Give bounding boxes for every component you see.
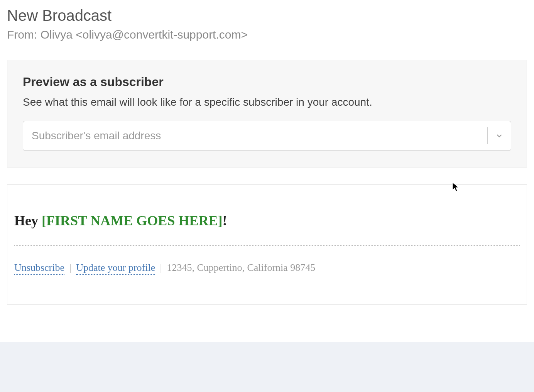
preview-title: Preview as a subscriber (23, 75, 511, 89)
footer-separator-1: | (69, 262, 71, 273)
unsubscribe-link[interactable]: Unsubscribe (14, 262, 64, 275)
email-footer: Unsubscribe | Update your profile | 1234… (14, 262, 520, 274)
preview-description: See what this email will look like for a… (23, 96, 511, 108)
bottom-band (0, 342, 534, 392)
greeting-suffix: ! (222, 213, 227, 228)
chevron-down-icon[interactable] (488, 121, 511, 150)
greeting-placeholder: [FIRST NAME GOES HERE] (42, 213, 222, 228)
footer-separator-2: | (160, 262, 162, 273)
from-line: From: Olivya <olivya@convertkit-support.… (0, 24, 534, 41)
subscriber-email-input[interactable] (23, 121, 487, 150)
dotted-divider (14, 245, 520, 246)
page-title: New Broadcast (0, 0, 534, 24)
email-preview-card: Hey [FIRST NAME GOES HERE]! Unsubscribe … (7, 184, 527, 305)
preview-card: Preview as a subscriber See what this em… (7, 60, 527, 167)
subscriber-select[interactable] (23, 121, 511, 151)
footer-address: 12345, Cuppertino, California 98745 (167, 262, 315, 273)
email-greeting: Hey [FIRST NAME GOES HERE]! (14, 213, 520, 229)
greeting-prefix: Hey (14, 213, 42, 228)
update-profile-link[interactable]: Update your profile (76, 262, 155, 275)
